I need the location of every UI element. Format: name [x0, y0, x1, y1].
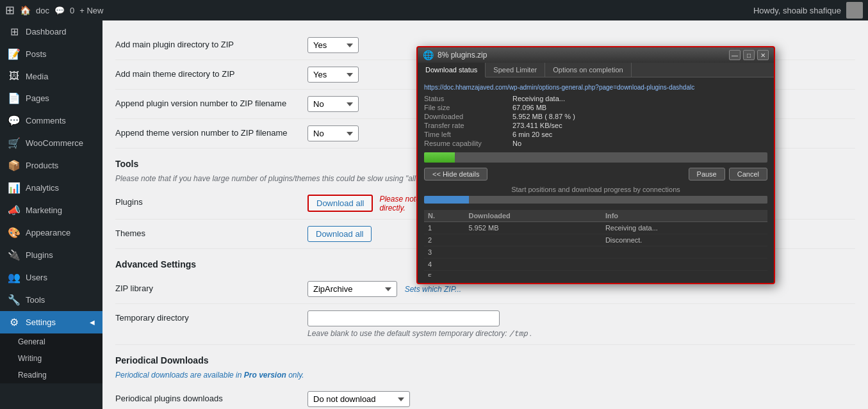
periodical-section-title: Periodical Downloads: [115, 345, 855, 371]
label-zip-library: ZIP library: [115, 281, 295, 293]
tab-options-completion[interactable]: Options on completion: [545, 63, 631, 77]
new-content-button[interactable]: + New: [79, 6, 103, 15]
sidebar-item-products[interactable]: 📦 Products: [0, 154, 102, 177]
pause-button[interactable]: Pause: [689, 168, 725, 180]
conn-info-1: Receiving data...: [602, 222, 767, 234]
sidebar-item-dashboard[interactable]: ⊞ Dashboard: [0, 20, 102, 43]
row-periodical-plugins: Periodical plugins downloads Do not down…: [115, 385, 855, 409]
appearance-icon: 🎨: [8, 227, 20, 239]
avatar: [846, 2, 863, 19]
sidebar-label-comments: Comments: [26, 116, 66, 125]
select-add-main-plugin-dir[interactable]: YesNo: [307, 37, 359, 53]
downloaded-value: 5.952 MB ( 8.87 % ): [512, 113, 767, 120]
sidebar-item-tools[interactable]: 🔧 Tools: [0, 289, 102, 311]
comments-nav-icon: 💬: [8, 115, 20, 127]
admin-bar: ⊞ 🏠 doc 💬 0 + New Howdy, shoaib shafique: [0, 0, 868, 20]
dialog-close-button[interactable]: ✕: [757, 50, 769, 60]
connections-progress-empty: [469, 196, 767, 204]
settings-arrow-icon: ◀: [90, 319, 95, 326]
main-content: Add main plugin directory to ZIP YesNo A…: [102, 20, 868, 409]
sidebar-item-settings[interactable]: ⚙ Settings ◀: [0, 311, 102, 333]
tools-icon: 🔧: [8, 294, 20, 306]
sidebar-label-reading: Reading: [18, 371, 47, 380]
sidebar-label-analytics: Analytics: [26, 183, 59, 193]
dialog-window-controls: — □ ✕: [729, 50, 769, 60]
sidebar-label-tools: Tools: [26, 295, 45, 305]
sidebar-item-writing[interactable]: Writing: [0, 350, 102, 367]
connections-label: Start positions and download progress by…: [424, 186, 767, 193]
sidebar-label-users: Users: [26, 273, 47, 282]
table-row: 3: [424, 246, 767, 259]
sidebar-item-comments[interactable]: 💬 Comments: [0, 109, 102, 132]
conn-info-2: Disconnect.: [602, 234, 767, 246]
resume-value: No: [512, 140, 767, 147]
col-header-downloaded: Downloaded: [464, 210, 601, 222]
sidebar-item-pages[interactable]: 📄 Pages: [0, 87, 102, 109]
label-append-plugin-version: Append plugin version number to ZIP file…: [115, 96, 295, 108]
comments-icon[interactable]: 💬: [54, 6, 65, 15]
connections-scroll-area[interactable]: N. Downloaded Info 1 5.952 MB Receiving …: [424, 206, 767, 277]
hide-details-button[interactable]: << Hide details: [424, 168, 487, 180]
download-plugins-button[interactable]: Download all: [307, 195, 373, 212]
cancel-button[interactable]: Cancel: [729, 168, 767, 180]
file-size-label: File size: [424, 104, 507, 111]
products-icon: 📦: [8, 159, 20, 172]
dialog-icon: 🌐: [423, 50, 434, 60]
select-append-theme-version[interactable]: NoYes: [307, 125, 359, 141]
sidebar-item-analytics[interactable]: 📊 Analytics: [0, 177, 102, 199]
conn-info-3: [602, 246, 767, 259]
col-header-n: N.: [424, 210, 464, 222]
temp-dir-input[interactable]: [307, 310, 500, 326]
sidebar-label-woocommerce: WooCommerce: [26, 138, 83, 148]
table-row: 4: [424, 259, 767, 271]
dialog-minimize-button[interactable]: —: [729, 50, 741, 60]
dialog-info-grid: Status Receiving data... File size 67.09…: [424, 95, 767, 147]
conn-downloaded-2: [464, 234, 601, 246]
dialog-titlebar: 🌐 8% plugins.zip — □ ✕: [418, 47, 774, 63]
sidebar-item-appearance[interactable]: 🎨 Appearance: [0, 221, 102, 244]
woocommerce-icon: 🛒: [8, 137, 20, 149]
settings-icon: ⚙: [8, 316, 20, 328]
sidebar-label-writing: Writing: [18, 354, 42, 363]
select-periodical-plugins[interactable]: Do not download: [307, 391, 410, 407]
download-themes-button[interactable]: Download all: [307, 226, 372, 242]
periodical-note: Periodical downloads are available in Pr…: [115, 371, 855, 380]
sidebar-label-settings: Settings: [26, 317, 56, 327]
time-left-value: 6 min 20 sec: [512, 131, 767, 138]
status-value: Receiving data...: [512, 95, 767, 102]
tab-speed-limiter[interactable]: Speed Limiter: [486, 63, 545, 77]
temp-dir-note: Leave blank to use the default system te…: [307, 329, 855, 338]
marketing-icon: 📣: [8, 204, 20, 216]
sidebar-label-dashboard: Dashboard: [26, 27, 67, 36]
select-append-plugin-version[interactable]: NoYes: [307, 96, 359, 112]
sidebar-item-reading[interactable]: Reading: [0, 367, 102, 383]
conn-n-5: 5: [424, 271, 464, 277]
dialog-maximize-button[interactable]: □: [743, 50, 755, 60]
label-add-main-theme-dir: Add main theme directory to ZIP: [115, 67, 295, 79]
analytics-icon: 📊: [8, 182, 20, 194]
resume-label: Resume capability: [424, 140, 507, 147]
col-header-info: Info: [602, 210, 767, 222]
plugins-icon: 🔌: [8, 249, 20, 261]
sidebar-item-woocommerce[interactable]: 🛒 WooCommerce: [0, 132, 102, 154]
sidebar-item-users[interactable]: 👥 Users: [0, 266, 102, 289]
sidebar-item-general[interactable]: General: [0, 333, 102, 350]
site-name[interactable]: doc: [36, 6, 49, 15]
tab-download-status[interactable]: Download status: [418, 63, 486, 77]
select-add-main-theme-dir[interactable]: YesNo: [307, 67, 359, 83]
main-progress-fill: [424, 152, 455, 163]
home-icon[interactable]: 🏠: [20, 5, 31, 15]
sidebar-item-marketing[interactable]: 📣 Marketing: [0, 199, 102, 221]
downloaded-label: Downloaded: [424, 113, 507, 120]
conn-info-4: [602, 259, 767, 271]
select-zip-library[interactable]: ZipArchive: [307, 281, 397, 297]
sidebar-item-media[interactable]: 🖼 Media: [0, 65, 102, 87]
control-temp-dir: Leave blank to use the default system te…: [307, 310, 855, 338]
wp-logo-icon[interactable]: ⊞: [5, 3, 15, 17]
dialog-title: 8% plugins.zip: [438, 51, 725, 60]
sidebar-item-plugins[interactable]: 🔌 Plugins: [0, 244, 102, 266]
conn-n-3: 3: [424, 246, 464, 259]
sidebar-label-marketing: Marketing: [26, 205, 62, 215]
sidebar-item-posts[interactable]: 📝 Posts: [0, 43, 102, 65]
transfer-value: 273.411 KB/sec: [512, 122, 767, 129]
